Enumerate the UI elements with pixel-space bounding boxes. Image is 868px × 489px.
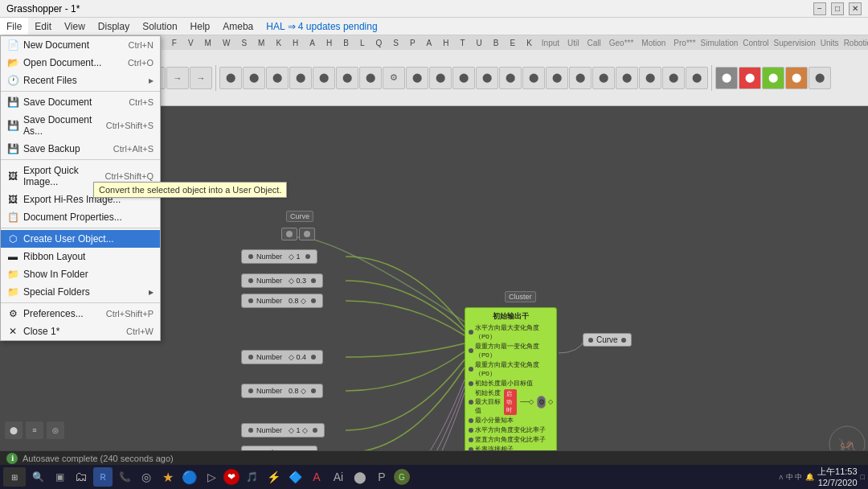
taskbar-app-10[interactable]: 🔷 xyxy=(285,467,305,487)
menu-view[interactable]: View xyxy=(58,18,92,35)
taskbar-app-2[interactable]: 📞 xyxy=(115,467,134,487)
taskbar-app-13[interactable]: ⬤ xyxy=(350,467,370,487)
indicator-2[interactable]: ≡ xyxy=(26,421,43,439)
ribbon-btn-right-3[interactable]: ⬤ xyxy=(762,67,784,89)
indicator-3[interactable]: ◎ xyxy=(47,421,64,439)
number-node-2[interactable]: Number ◇ 0.3 xyxy=(241,273,323,288)
ribbon-btn-24[interactable]: ⬤ xyxy=(546,67,568,89)
menu-doc-properties[interactable]: 📋 Document Properties... xyxy=(1,208,160,226)
menu-show-in-folder[interactable]: 📁 Show In Folder xyxy=(1,265,160,283)
ribbon-tab-m2[interactable]: M xyxy=(200,38,216,48)
menu-save-backup[interactable]: 💾 Save Backup Ctrl+Alt+S xyxy=(1,140,160,158)
ribbon-btn-20[interactable]: ⬤ xyxy=(452,67,475,89)
taskbar-app-6[interactable]: ▷ xyxy=(202,467,221,487)
taskbar-app-7[interactable]: ❤ xyxy=(223,469,240,485)
ribbon-btn-10[interactable]: ⬤ xyxy=(219,67,242,89)
taskbar-app-11[interactable]: A xyxy=(307,467,326,487)
maximize-button[interactable]: □ xyxy=(831,2,844,15)
number-node-4[interactable]: Number ◇ 0.4 xyxy=(241,350,323,364)
ribbon-btn-25[interactable]: ⬤ xyxy=(569,67,592,89)
ribbon-btn-21[interactable]: ⬤ xyxy=(476,67,498,89)
menu-ribbon-layout[interactable]: ▬ Ribbon Layout xyxy=(1,248,160,265)
taskbar-grasshopper[interactable]: G xyxy=(394,469,410,485)
ribbon-tab-w[interactable]: W xyxy=(218,38,235,48)
menu-create-user-object[interactable]: ⬡ Create User Object... xyxy=(1,230,160,248)
menu-recent-files[interactable]: 🕐 Recent Files ▶ xyxy=(1,72,160,89)
number-node-3[interactable]: Number 0.8 ◇ xyxy=(241,294,323,308)
ribbon-btn-18[interactable]: ⬤ xyxy=(406,67,428,89)
ribbon-tab-k2[interactable]: K xyxy=(522,38,537,48)
menu-close[interactable]: ✕ Close 1* Ctrl+W xyxy=(1,323,160,340)
taskbar-explorer[interactable]: 🗂 xyxy=(72,467,91,487)
ribbon-tab-h[interactable]: H xyxy=(288,38,303,48)
ribbon-btn-23[interactable]: ⬤ xyxy=(522,67,545,89)
number-node-1[interactable]: Number ◇ 1 xyxy=(241,249,317,264)
ribbon-btn-15[interactable]: ⬤ xyxy=(336,67,358,89)
ribbon-tab-f[interactable]: F xyxy=(167,38,182,48)
taskbar-app-5[interactable]: 🔵 xyxy=(180,467,199,487)
menu-open-document[interactable]: 📂 Open Document... Ctrl+O xyxy=(1,54,160,72)
ribbon-btn-26[interactable]: ⬤ xyxy=(592,67,615,89)
menu-edit[interactable]: Edit xyxy=(28,18,58,35)
ribbon-btn-right-2[interactable]: ⬤ xyxy=(739,67,761,89)
ribbon-tab-p[interactable]: P xyxy=(405,38,420,48)
taskbar-app-3[interactable]: ◎ xyxy=(137,467,156,487)
close-button[interactable]: ✕ xyxy=(849,2,862,15)
number-node-5[interactable]: Number 0.8 ◇ xyxy=(241,384,323,398)
ribbon-tab-v[interactable]: V xyxy=(183,38,199,48)
ribbon-tab-s3[interactable]: S xyxy=(388,38,403,48)
menu-file[interactable]: File xyxy=(0,18,28,35)
ribbon-tab-h2[interactable]: H xyxy=(321,38,337,48)
minimize-button[interactable]: − xyxy=(813,2,826,15)
ribbon-tab-q[interactable]: Q xyxy=(371,38,387,48)
ribbon-tab-k[interactable]: K xyxy=(271,38,286,48)
menu-new-document[interactable]: 📄 New Document Ctrl+N xyxy=(1,36,160,54)
taskbar-task-view[interactable]: ▣ xyxy=(50,467,69,487)
ribbon-tab-b[interactable]: B xyxy=(338,38,354,48)
taskbar-app-12[interactable]: Ai xyxy=(329,467,348,487)
ribbon-tab-t[interactable]: T xyxy=(455,38,469,48)
menu-solution[interactable]: Solution xyxy=(136,18,183,35)
ribbon-btn-11[interactable]: ⬤ xyxy=(243,67,265,89)
taskbar-app-8[interactable]: 🎵 xyxy=(242,467,261,487)
ribbon-tab-s2[interactable]: S xyxy=(236,38,252,48)
taskbar-search[interactable]: 🔍 xyxy=(28,467,47,487)
ribbon-btn-22[interactable]: ⬤ xyxy=(499,67,522,89)
taskbar-app-1[interactable]: R xyxy=(93,467,113,487)
ribbon-btn-30[interactable]: ⬤ xyxy=(686,67,708,89)
number-node-6[interactable]: Number ◇ 1 ◇ xyxy=(241,423,325,438)
taskbar-app-4[interactable]: ★ xyxy=(158,467,178,487)
ribbon-btn-right-4[interactable]: ⬤ xyxy=(785,67,808,89)
menu-preferences[interactable]: ⚙ Preferences... Ctrl+Shift+P xyxy=(1,305,160,323)
ribbon-btn-28[interactable]: ⬤ xyxy=(639,67,661,89)
ribbon-btn-16[interactable]: ⬤ xyxy=(359,67,382,89)
hal-update-text[interactable]: HAL ⇒ 4 updates pending xyxy=(266,21,377,32)
menu-save-as[interactable]: 💾 Save Document As... Ctrl+Shift+S xyxy=(1,111,160,140)
ribbon-btn-right-5[interactable]: ⬤ xyxy=(809,67,831,89)
ribbon-btn-19[interactable]: ⬤ xyxy=(429,67,452,89)
menu-ameba[interactable]: Ameba xyxy=(216,18,260,35)
ribbon-btn-14[interactable]: ⬤ xyxy=(313,67,335,89)
indicator-1[interactable]: ⬤ xyxy=(5,421,23,439)
ribbon-btn-29[interactable]: ⬤ xyxy=(662,67,685,89)
ribbon-tab-m3[interactable]: M xyxy=(253,38,269,48)
ribbon-tab-b2[interactable]: B xyxy=(489,38,504,48)
cluster-node[interactable]: 初始输出干 水平方向最大变化角度（P0） 最重方向最一变化角度（P0） 最重方向… xyxy=(465,307,557,458)
ribbon-tab-l2[interactable]: L xyxy=(355,38,370,48)
menu-display[interactable]: Display xyxy=(92,18,136,35)
ribbon-tab-a2[interactable]: A xyxy=(422,38,437,48)
ribbon-btn-right-1[interactable]: ⬤ xyxy=(715,67,738,89)
gear-btn[interactable]: ⚙ xyxy=(537,396,546,409)
ribbon-btn-8[interactable]: → xyxy=(166,67,189,89)
taskbar-app-9[interactable]: ⚡ xyxy=(264,467,283,487)
ribbon-btn-13[interactable]: ⬤ xyxy=(289,67,312,89)
ribbon-btn-27[interactable]: ⬤ xyxy=(616,67,638,89)
ribbon-tab-h3[interactable]: H xyxy=(438,38,453,48)
menu-special-folders[interactable]: 📁 Special Folders xyxy=(1,283,160,301)
ribbon-btn-17[interactable]: ⚙ xyxy=(383,67,405,89)
curve-node-right[interactable]: Curve xyxy=(583,333,632,347)
connector-right[interactable] xyxy=(299,228,315,240)
menu-help[interactable]: Help xyxy=(184,18,217,35)
ribbon-tab-u[interactable]: U xyxy=(472,38,487,48)
ribbon-tab-e[interactable]: E xyxy=(505,38,520,48)
